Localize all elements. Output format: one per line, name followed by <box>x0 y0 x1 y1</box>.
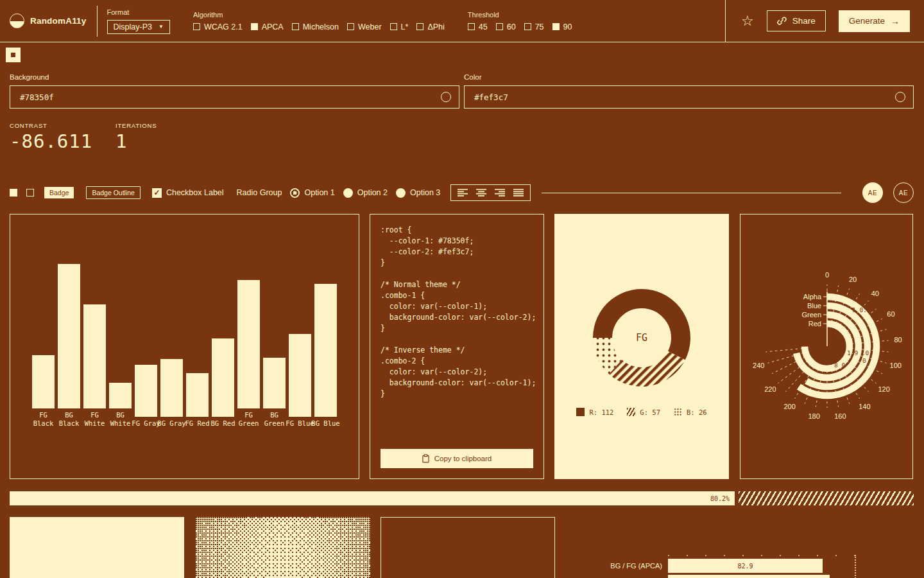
svg-text:8 0: 8 0 <box>834 362 845 369</box>
stats-row: CONTRAST -86.611 ITERATIONS 1 <box>10 122 914 152</box>
algorithm-checkbox[interactable]: APCA <box>251 22 284 31</box>
algorithm-checkboxes: WCAG 2.1APCAMichelsonWeberL*ΔPhi <box>193 22 445 31</box>
radio-group-label: Radio Group <box>237 188 282 197</box>
legend-item: R: 112 <box>576 408 613 416</box>
progress-value: 80.2% <box>710 495 730 502</box>
checkbox-unchecked-icon <box>468 23 475 30</box>
share-label: Share <box>792 16 816 26</box>
svg-text:20: 20 <box>849 276 857 283</box>
svg-text:Blue: Blue <box>807 302 821 310</box>
main-content: Background Color CONTRAST -86.611 ITERAT… <box>0 48 924 578</box>
format-dropdown[interactable]: Display-P3 ▼ <box>107 20 170 34</box>
radio-option[interactable]: Option 3 <box>396 188 440 198</box>
header-divider <box>725 0 726 42</box>
donut-segment-B <box>603 338 615 367</box>
hbar-label: BG / FG (APCA) <box>604 559 662 573</box>
checkbox-label: 75 <box>535 22 544 31</box>
checkbox-unchecked-icon <box>524 23 531 30</box>
legend-item: G: 57 <box>627 408 660 416</box>
preview-checkbox[interactable]: ✓ Checkbox Label <box>152 188 224 198</box>
iterations-label: ITERATIONS <box>116 122 221 129</box>
header-divider <box>97 6 98 37</box>
align-justify-icon[interactable] <box>513 189 524 197</box>
clipboard-icon <box>422 454 429 463</box>
checkbox-unchecked-icon <box>347 23 354 30</box>
bar-column: BG Blue <box>314 284 337 428</box>
algorithm-checkbox[interactable]: Michelson <box>292 22 339 31</box>
legend-item: B: 26 <box>674 408 707 416</box>
svg-text:100: 100 <box>890 362 902 369</box>
checkbox-label: Michelson <box>303 22 339 31</box>
badge[interactable]: Badge <box>44 187 74 198</box>
donut-chart: FG <box>554 214 729 479</box>
svg-text:180: 180 <box>808 412 819 420</box>
contrast-value: -86.611 <box>10 130 116 152</box>
bar-column: FG Black <box>32 355 55 427</box>
svg-text:80: 80 <box>894 336 902 344</box>
svg-text:Green: Green <box>801 311 821 319</box>
bar <box>83 304 106 408</box>
svg-text:Alpha: Alpha <box>803 293 822 301</box>
share-button[interactable]: Share <box>767 10 826 31</box>
donut-segment-G <box>615 355 676 377</box>
color-picker-icon[interactable] <box>441 92 451 102</box>
badge-outline[interactable]: Badge Outline <box>86 186 141 199</box>
color-label: Color <box>464 73 914 81</box>
hbar-label: FG / BG (APCA) <box>604 575 662 578</box>
swatch-toggle-button[interactable] <box>6 48 21 62</box>
threshold-checkbox[interactable]: 45 <box>468 22 488 31</box>
threshold-label: Threshold <box>468 11 572 19</box>
contrast-stat: CONTRAST -86.611 <box>10 122 116 152</box>
format-label: Format <box>107 8 170 16</box>
threshold-checkbox[interactable]: 90 <box>552 22 572 31</box>
text-align-button-group <box>450 184 531 201</box>
bar <box>314 284 337 417</box>
align-right-icon[interactable] <box>495 189 505 197</box>
algorithm-checkbox[interactable]: L* <box>390 22 409 31</box>
app-logo-contrast-icon <box>10 13 24 28</box>
dither-pattern-swatch <box>196 517 370 578</box>
radio-option[interactable]: Option 1 <box>290 188 334 198</box>
threshold-checkbox[interactable]: 75 <box>524 22 544 31</box>
color-input[interactable] <box>474 92 895 102</box>
donut-segment-R <box>603 299 681 355</box>
bar-column: BG Black <box>58 264 80 427</box>
checkbox-unchecked-icon <box>292 23 299 30</box>
align-left-icon[interactable] <box>458 189 468 197</box>
contrast-label: CONTRAST <box>10 122 116 129</box>
bar-column: BG Red <box>212 338 234 427</box>
generate-button[interactable]: Generate → <box>839 10 910 32</box>
square-outline-swatch <box>26 189 34 197</box>
bar <box>237 280 260 408</box>
align-center-icon[interactable] <box>476 189 486 197</box>
bar-column: FG White <box>83 304 106 427</box>
svg-text:120: 120 <box>878 385 889 393</box>
apca-bar-labels: BG / FG (APCA)FG / BG (APCA) <box>604 555 662 578</box>
checkbox-label: 45 <box>479 22 488 31</box>
checkbox-checked-icon: ✓ <box>152 188 162 198</box>
svg-text:240: 240 <box>753 362 764 369</box>
arrow-right-icon: → <box>891 16 900 26</box>
copy-to-clipboard-button[interactable]: Copy to clipboard <box>381 449 533 468</box>
background-input[interactable] <box>20 92 441 102</box>
radio-label: Option 3 <box>410 188 440 197</box>
bar-column: BG White <box>109 383 132 428</box>
star-icon[interactable]: ☆ <box>741 14 754 28</box>
algorithm-checkbox[interactable]: Weber <box>347 22 382 31</box>
threshold-checkbox[interactable]: 60 <box>496 22 516 31</box>
radio-option[interactable]: Option 2 <box>343 188 388 198</box>
bar <box>263 358 286 408</box>
bar <box>212 338 234 417</box>
progress-bar: 80.2% <box>10 491 914 505</box>
color-picker-icon[interactable] <box>895 92 905 102</box>
copy-label: Copy to clipboard <box>434 455 492 462</box>
legend-swatch-dots <box>674 408 682 416</box>
threshold-checkboxes: 45607590 <box>468 22 572 31</box>
bar-column: FG Gray <box>135 365 157 428</box>
chevron-down-icon: ▼ <box>158 24 164 30</box>
svg-text:160: 160 <box>834 412 846 420</box>
link-icon <box>777 16 787 26</box>
radio-icon <box>396 188 406 198</box>
algorithm-checkbox[interactable]: WCAG 2.1 <box>193 22 243 31</box>
algorithm-checkbox[interactable]: ΔPhi <box>416 22 444 31</box>
